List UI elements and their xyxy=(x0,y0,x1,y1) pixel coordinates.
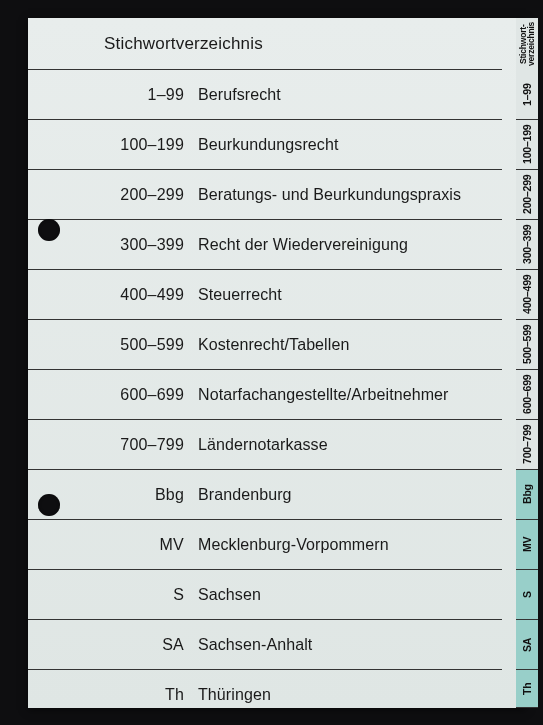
index-row: 1–99 Berufsrecht xyxy=(28,70,502,120)
index-desc: Sachsen xyxy=(198,586,502,604)
index-row: 100–199 Beurkundungsrecht xyxy=(28,120,502,170)
index-desc: Berufsrecht xyxy=(198,86,502,104)
index-desc: Brandenburg xyxy=(198,486,502,504)
index-row: Bbg Brandenburg xyxy=(28,470,502,520)
side-tab-region: SA xyxy=(516,620,538,670)
index-code: 600–699 xyxy=(28,386,198,404)
index-row: Th Thüringen xyxy=(28,670,502,720)
index-desc: Thüringen xyxy=(198,686,502,704)
index-row: 400–499 Steuerrecht xyxy=(28,270,502,320)
side-tab-region: Th xyxy=(516,670,538,708)
page-title: Stichwortverzeichnis xyxy=(28,34,198,54)
index-row: S Sachsen xyxy=(28,570,502,620)
index-desc: Sachsen-Anhalt xyxy=(198,636,502,654)
index-row: SA Sachsen-Anhalt xyxy=(28,620,502,670)
side-tab-strip: Stichwort- verzeichnis 1–99 100–199 200–… xyxy=(516,18,538,708)
index-row: 700–799 Ländernotarkasse xyxy=(28,420,502,470)
header-row: Stichwortverzeichnis xyxy=(28,18,502,70)
side-tab-region: Bbg xyxy=(516,470,538,520)
index-row: 300–399 Recht der Wiedervereinigung xyxy=(28,220,502,270)
index-code: 100–199 xyxy=(28,136,198,154)
index-desc: Ländernotarkasse xyxy=(198,436,502,454)
index-code: 400–499 xyxy=(28,286,198,304)
index-desc: Mecklenburg-Vorpommern xyxy=(198,536,502,554)
side-tab: 600–699 xyxy=(516,370,538,420)
index-desc: Beurkundungsrecht xyxy=(198,136,502,154)
side-tab: 400–499 xyxy=(516,270,538,320)
index-desc: Recht der Wiedervereinigung xyxy=(198,236,502,254)
index-row: 500–599 Kostenrecht/Tabellen xyxy=(28,320,502,370)
index-code: SA xyxy=(28,636,198,654)
index-row: MV Mecklenburg-Vorpommern xyxy=(28,520,502,570)
side-tab: 1–99 xyxy=(516,70,538,120)
index-desc: Steuerrecht xyxy=(198,286,502,304)
index-row: 200–299 Beratungs- und Beurkundungspraxi… xyxy=(28,170,502,220)
index-desc: Beratungs- und Beurkundungspraxis xyxy=(198,186,502,204)
side-tab: 700–799 xyxy=(516,420,538,470)
index-code: 1–99 xyxy=(28,86,198,104)
index-code: 700–799 xyxy=(28,436,198,454)
side-tab: 300–399 xyxy=(516,220,538,270)
index-divider-page: Stichwortverzeichnis 1–99 Berufsrecht 10… xyxy=(28,18,526,708)
index-desc: Kostenrecht/Tabellen xyxy=(198,336,502,354)
index-row: 600–699 Notarfachangestellte/Arbeitnehme… xyxy=(28,370,502,420)
side-tab: 100–199 xyxy=(516,120,538,170)
side-tab-region: MV xyxy=(516,520,538,570)
index-code: MV xyxy=(28,536,198,554)
side-tab-header: Stichwort- verzeichnis xyxy=(516,18,538,70)
punch-hole-icon xyxy=(38,219,60,241)
side-tab: 200–299 xyxy=(516,170,538,220)
punch-hole-icon xyxy=(38,494,60,516)
index-desc: Notarfachangestellte/Arbeitnehmer xyxy=(198,386,502,404)
index-code: 500–599 xyxy=(28,336,198,354)
content-area: Stichwortverzeichnis 1–99 Berufsrecht 10… xyxy=(28,18,502,720)
side-tab: 500–599 xyxy=(516,320,538,370)
index-code: S xyxy=(28,586,198,604)
index-code: Th xyxy=(28,686,198,704)
index-code: 200–299 xyxy=(28,186,198,204)
side-tab-region: S xyxy=(516,570,538,620)
